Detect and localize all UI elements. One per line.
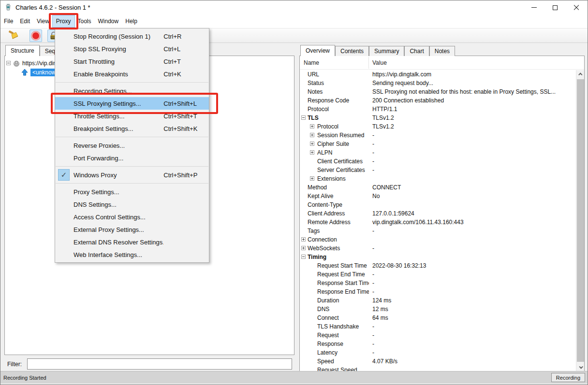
menu-item-reverse-proxies[interactable]: Reverse Proxies...	[55, 139, 209, 152]
table-row[interactable]: Request Speed	[300, 366, 576, 371]
menu-item-ssl-proxying-settings[interactable]: SSL Proxying Settings...Ctrl+Shift+L	[55, 97, 209, 110]
menu-item-external-proxy-settings[interactable]: External Proxy Settings...	[55, 223, 209, 236]
menu-item-stop-recording-session-1[interactable]: Stop Recording (Session 1)Ctrl+R	[55, 30, 209, 43]
table-row[interactable]: URLhttps://vip.dingtalk.com	[300, 70, 576, 79]
menu-item-proxy-settings[interactable]: Proxy Settings...	[55, 185, 209, 198]
plus-expander-icon[interactable]	[310, 176, 314, 181]
table-row[interactable]: Response Code200 Connection established	[300, 96, 576, 105]
menu-item-stop-ssl-proxying[interactable]: Stop SSL ProxyingCtrl+L	[55, 43, 209, 55]
table-row[interactable]: WebSockets-	[300, 244, 576, 253]
table-row[interactable]: TLSTLSv1.2	[300, 114, 576, 122]
record-toggle-button[interactable]	[29, 29, 42, 42]
menu-item-dns-settings[interactable]: DNS Settings...	[55, 198, 209, 211]
scrollbar-thumb[interactable]	[577, 79, 584, 362]
table-row[interactable]: Server Certificates-	[300, 166, 576, 174]
menubar-item-help[interactable]: Help	[122, 15, 141, 27]
minus-expander-icon[interactable]	[301, 115, 306, 120]
plus-expander-icon[interactable]	[301, 237, 306, 242]
tab-contents[interactable]: Contents	[335, 46, 369, 56]
table-row[interactable]: Duration124 ms	[300, 296, 576, 305]
row-name: Method	[300, 184, 369, 191]
plus-expander-icon[interactable]	[310, 133, 314, 137]
table-row[interactable]: TLS Handshake-	[300, 322, 576, 331]
menu-item-start-throttling[interactable]: Start ThrottlingCtrl+T	[55, 55, 209, 68]
table-row[interactable]: ALPN-	[300, 148, 576, 157]
table-row[interactable]: Connect64 ms	[300, 314, 576, 322]
row-value: 124 ms	[369, 297, 576, 304]
table-row[interactable]: Session Resumed-	[300, 131, 576, 140]
table-row[interactable]: Client Address127.0.0.1:59624	[300, 209, 576, 218]
table-row[interactable]: Tags-	[300, 227, 576, 235]
tab-chart[interactable]: Chart	[404, 46, 429, 56]
menu-item-windows-proxy[interactable]: ✓Windows ProxyCtrl+Shift+P	[55, 169, 209, 181]
table-row[interactable]: Request-	[300, 331, 576, 340]
plus-expander-icon[interactable]	[310, 142, 314, 146]
table-row[interactable]: Connection	[300, 235, 576, 244]
recording-indicator[interactable]: Recording	[551, 373, 585, 382]
overview-rows: URLhttps://vip.dingtalk.comStatusSending…	[300, 70, 576, 371]
table-row[interactable]: Response Start Time-	[300, 279, 576, 287]
filter-input[interactable]	[27, 358, 292, 370]
table-row[interactable]: Cipher Suite-	[300, 140, 576, 148]
row-name: Client Certificates	[300, 158, 369, 165]
menu-item-throttle-settings[interactable]: Throttle Settings...Ctrl+Shift+T	[55, 110, 209, 122]
table-row[interactable]: DNS12 ms	[300, 305, 576, 314]
table-row[interactable]: ProtocolTLSv1.2	[300, 122, 576, 131]
table-row[interactable]: Request End Time-	[300, 270, 576, 279]
tab-overview[interactable]: Overview	[300, 45, 335, 56]
table-row[interactable]: Request Start Time2022-08-30 16:32:13	[300, 261, 576, 270]
table-row[interactable]: Client Certificates-	[300, 157, 576, 166]
menu-item-enable-breakpoints[interactable]: Enable BreakpointsCtrl+K	[55, 68, 209, 80]
minus-expander-icon[interactable]	[301, 255, 306, 259]
menu-item-external-dns-resolver-settings[interactable]: External DNS Resolver Settings...	[55, 236, 209, 248]
row-value: -	[369, 245, 576, 252]
tab-notes[interactable]: Notes	[429, 46, 455, 56]
table-row[interactable]: Speed4.07 KB/s	[300, 357, 576, 366]
row-value: vip.dingtalk.com/106.11.43.160:443	[369, 219, 576, 226]
menubar-item-edit[interactable]: Edit	[16, 15, 33, 27]
table-row[interactable]: StatusSending request body...	[300, 79, 576, 87]
scroll-down-button[interactable]	[576, 363, 585, 371]
table-row[interactable]: Kept AliveNo	[300, 192, 576, 200]
row-name: Latency	[300, 349, 369, 356]
value-column-header[interactable]: Value	[369, 59, 387, 66]
minimize-button[interactable]	[523, 1, 544, 14]
table-row[interactable]: Response-	[300, 340, 576, 348]
menubar-item-proxy[interactable]: Proxy	[53, 15, 74, 27]
table-row[interactable]: NotesSSL Proxying not enabled for this h…	[300, 87, 576, 96]
menu-item-port-forwarding[interactable]: Port Forwarding...	[55, 152, 209, 164]
plus-expander-icon[interactable]	[310, 124, 314, 128]
minus-expander-icon[interactable]	[6, 61, 11, 65]
maximize-button[interactable]	[544, 1, 566, 14]
row-name: Connect	[300, 314, 369, 321]
table-row[interactable]: Response End Time-	[300, 287, 576, 296]
tab-structure[interactable]: Structure	[5, 45, 40, 56]
table-row[interactable]: Latency-	[300, 348, 576, 357]
menu-item-access-control-settings[interactable]: Access Control Settings...	[55, 211, 209, 223]
row-value: -	[369, 167, 576, 173]
vertical-scrollbar[interactable]	[576, 70, 584, 371]
menu-item-breakpoint-settings[interactable]: Breakpoint Settings...Ctrl+Shift+K	[55, 122, 209, 135]
table-row[interactable]: Extensions	[300, 174, 576, 183]
name-column-header[interactable]: Name	[300, 57, 369, 69]
app-window-frame: Charles 4.6.2 - Session 1 * FileEditView…	[0, 0, 588, 385]
clear-session-button[interactable]	[7, 29, 19, 42]
menubar-item-file[interactable]: File	[0, 15, 16, 27]
tab-summary[interactable]: Summary	[369, 46, 404, 56]
plus-expander-icon[interactable]	[301, 246, 306, 250]
table-row[interactable]: Content-Type	[300, 200, 576, 209]
menubar-item-view[interactable]: View	[33, 15, 53, 27]
plus-expander-icon[interactable]	[310, 150, 314, 155]
status-text: Recording Started	[3, 375, 46, 381]
menubar-item-window[interactable]: Window	[95, 15, 122, 27]
menu-item-web-interface-settings[interactable]: Web Interface Settings...	[55, 248, 209, 261]
menu-item-recording-settings[interactable]: Recording Settings...	[55, 85, 209, 97]
close-button[interactable]	[566, 1, 587, 14]
statusbar: Recording Started Recording	[0, 371, 588, 384]
scroll-up-button[interactable]	[576, 70, 585, 78]
table-row[interactable]: Timing	[300, 253, 576, 261]
menubar-item-tools[interactable]: Tools	[74, 15, 95, 27]
table-row[interactable]: ProtocolHTTP/1.1	[300, 105, 576, 114]
table-row[interactable]: MethodCONNECT	[300, 183, 576, 192]
table-row[interactable]: Remote Addressvip.dingtalk.com/106.11.43…	[300, 218, 576, 227]
